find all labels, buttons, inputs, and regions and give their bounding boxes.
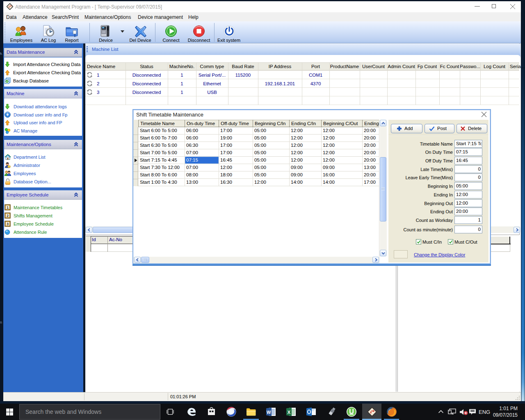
svg-text:2: 2 <box>7 214 9 218</box>
svg-text:3: 3 <box>7 222 9 226</box>
svg-text:W: W <box>267 410 271 415</box>
svg-text:X: X <box>288 410 291 415</box>
svg-text:1: 1 <box>7 205 9 210</box>
